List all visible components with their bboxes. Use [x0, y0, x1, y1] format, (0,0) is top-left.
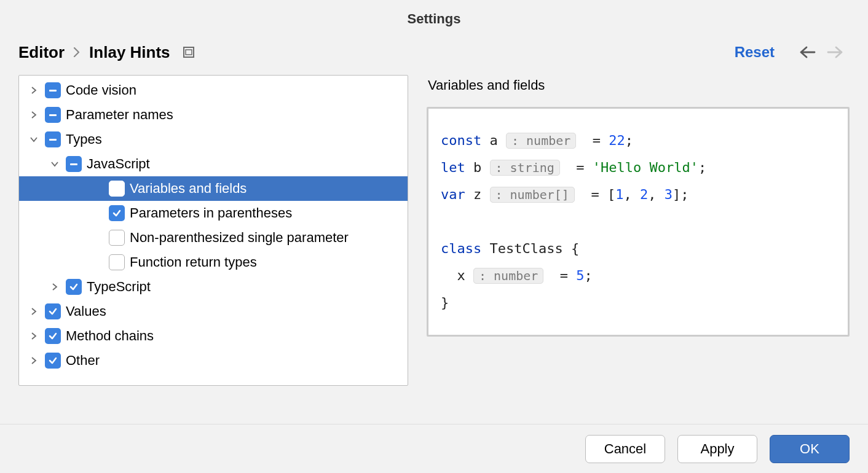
tree-item-code-vision[interactable]: Code vision [19, 78, 408, 103]
expand-window-icon[interactable] [183, 46, 195, 58]
chevron-right-icon[interactable] [28, 354, 40, 367]
code-token: 'Hello World' [593, 160, 698, 175]
breadcrumb: Editor Inlay Hints [18, 43, 170, 62]
forward-arrow-icon[interactable] [825, 42, 846, 63]
tree-item-variables-and-fields[interactable]: Variables and fields [19, 176, 408, 201]
tree-item-values[interactable]: Values [19, 299, 408, 324]
chevron-right-icon [73, 47, 81, 57]
code-token: TestClass { [489, 241, 579, 256]
code-token: ; [698, 160, 706, 175]
preview-panel: Variables and fields const a : number = … [427, 75, 850, 386]
svg-rect-1 [186, 50, 192, 55]
code-token [543, 268, 560, 283]
tree-item-parameter-names[interactable]: Parameter names [19, 103, 408, 127]
tree-label: Variables and fields [130, 181, 247, 197]
chevron-down-icon[interactable] [28, 133, 40, 146]
tree-item-other[interactable]: Other [19, 348, 408, 373]
code-token [465, 187, 473, 202]
tree-label: Other [66, 353, 100, 369]
checkbox-indeterminate[interactable] [45, 82, 61, 98]
code-token: } [441, 295, 449, 310]
code-token: var [441, 187, 465, 202]
tree-item-javascript[interactable]: JavaScript [19, 152, 408, 176]
code-token: ; [585, 268, 593, 283]
code-token: const [441, 133, 481, 148]
inlay-hint: : number[] [490, 187, 575, 203]
reset-button[interactable]: Reset [735, 44, 775, 61]
code-token: 3 [665, 187, 673, 202]
header-row: Editor Inlay Hints Reset [0, 33, 868, 75]
tree-label: JavaScript [87, 156, 150, 172]
code-token [465, 160, 473, 175]
code-token: z [473, 187, 490, 202]
inlay-hint: : string [490, 160, 560, 176]
code-token [560, 160, 577, 175]
tree-label: Parameters in parentheses [130, 205, 292, 221]
tree-item-parameters-in-parentheses[interactable]: Parameters in parentheses [19, 201, 408, 225]
code-token [481, 241, 489, 256]
code-token: let [441, 160, 465, 175]
code-token: b [473, 160, 490, 175]
chevron-right-icon[interactable] [28, 330, 40, 342]
code-token: 22 [609, 133, 625, 148]
tree-label: Function return types [130, 254, 257, 270]
checkbox-checked[interactable] [45, 353, 61, 369]
inlay-hint: : number [473, 268, 543, 284]
apply-button[interactable]: Apply [677, 435, 757, 463]
checkbox-unchecked[interactable] [109, 230, 125, 246]
tree-item-method-chains[interactable]: Method chains [19, 324, 408, 348]
checkbox-checked[interactable] [45, 303, 61, 319]
code-token: class [441, 241, 481, 256]
code-token [441, 268, 457, 283]
checkbox-checked[interactable] [109, 205, 125, 221]
code-token: = [560, 268, 577, 283]
code-token [481, 133, 489, 148]
checkbox-indeterminate[interactable] [45, 131, 61, 147]
back-arrow-icon[interactable] [797, 42, 818, 63]
code-token: 5 [576, 268, 584, 283]
code-token: = [593, 133, 609, 148]
tree-item-typescript[interactable]: TypeScript [19, 275, 408, 299]
code-token: a [489, 133, 506, 148]
tree-label: Parameter names [66, 107, 173, 123]
code-token: = [576, 160, 593, 175]
chevron-right-icon[interactable] [28, 109, 40, 121]
cancel-button[interactable]: Cancel [585, 435, 665, 463]
code-token: ]; [673, 187, 689, 202]
code-token: ; [625, 133, 633, 148]
code-token: 2 [640, 187, 648, 202]
code-token [575, 187, 591, 202]
checkbox-indeterminate[interactable] [45, 107, 61, 123]
breadcrumb-current: Inlay Hints [89, 43, 170, 62]
chevron-right-icon[interactable] [28, 305, 40, 318]
checkbox-unchecked[interactable] [109, 254, 125, 270]
code-token: 1 [615, 187, 623, 202]
tree-label: Code vision [66, 82, 136, 98]
checkbox-unchecked[interactable] [109, 181, 125, 197]
chevron-down-icon[interactable] [49, 158, 61, 170]
checkbox-indeterminate[interactable] [66, 156, 82, 172]
tree-label: Types [66, 131, 102, 147]
tree-label: Non-parenthesized single parameter [130, 230, 349, 246]
tree-label: TypeScript [87, 279, 151, 295]
breadcrumb-parent[interactable]: Editor [18, 43, 65, 62]
tree-item-types[interactable]: Types [19, 127, 408, 152]
tree-item-function-return-types[interactable]: Function return types [19, 250, 408, 275]
code-token: , [623, 187, 640, 202]
code-token [576, 133, 593, 148]
chevron-right-icon[interactable] [28, 84, 40, 96]
ok-button[interactable]: OK [770, 435, 850, 463]
inlay-hint: : number [506, 133, 576, 149]
code-preview: const a : number = 22; let b : string = … [427, 107, 850, 337]
checkbox-checked[interactable] [66, 279, 82, 295]
preview-title: Variables and fields [427, 75, 850, 107]
code-token: x [457, 268, 474, 283]
chevron-right-icon[interactable] [49, 281, 61, 293]
settings-tree: Code vision Parameter names Types JavaSc… [18, 75, 408, 386]
window-title: Settings [0, 0, 868, 33]
tree-item-non-parenthesized-single-parameter[interactable]: Non-parenthesized single parameter [19, 225, 408, 250]
code-token: , [648, 187, 665, 202]
checkbox-checked[interactable] [45, 328, 61, 344]
tree-label: Method chains [66, 328, 154, 344]
code-token: = [ [591, 187, 615, 202]
